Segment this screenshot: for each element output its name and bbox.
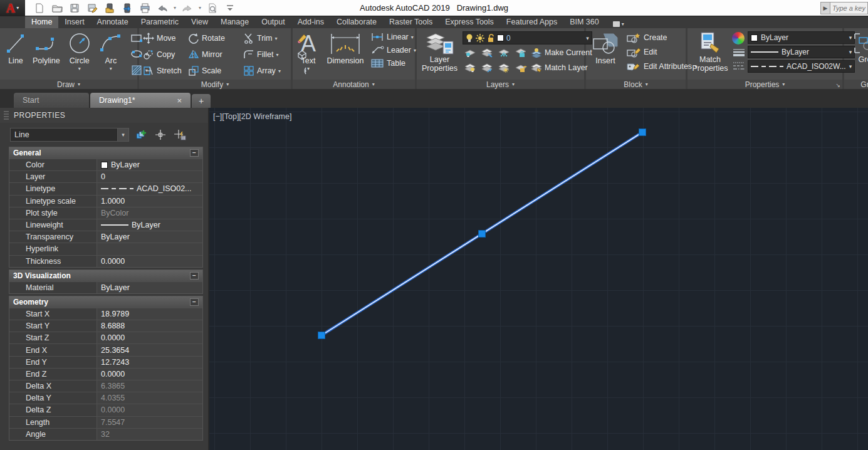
select-objects-button[interactable] bbox=[153, 128, 168, 142]
prop-value-transparency[interactable]: ByLayer bbox=[97, 231, 202, 243]
leader-button[interactable]: Leader▾ bbox=[369, 44, 417, 56]
tab-annotate[interactable]: Annotate bbox=[91, 16, 135, 28]
prop-value-end-z[interactable]: 0.0000 bbox=[97, 369, 202, 380]
collapse-icon[interactable]: − bbox=[190, 149, 199, 157]
object-color-combo[interactable]: ByLayer▾ bbox=[748, 31, 855, 44]
drawing-canvas[interactable] bbox=[209, 108, 868, 450]
scale-button[interactable]: Scale bbox=[187, 65, 242, 77]
lineweight-combo[interactable]: ByLayer▾ bbox=[748, 46, 855, 58]
rotate-button[interactable]: Rotate bbox=[187, 32, 242, 44]
redo-dropdown[interactable]: ▾ bbox=[197, 5, 203, 11]
table-button[interactable]: Table bbox=[369, 58, 417, 69]
palette-header[interactable]: PROPERTIES bbox=[0, 108, 208, 123]
collapse-icon[interactable]: − bbox=[190, 298, 199, 306]
prop-value-end-y[interactable]: 12.7243 bbox=[97, 357, 202, 368]
tab-output[interactable]: Output bbox=[255, 16, 291, 28]
undo-dropdown[interactable]: ▾ bbox=[172, 5, 178, 11]
layer-properties-button[interactable]: Layer Properties bbox=[419, 30, 460, 79]
prop-value-linetype-scale[interactable]: 1.0000 bbox=[97, 196, 202, 207]
arc-button[interactable]: Arc ▾ bbox=[97, 30, 125, 79]
open-from-web-mobile-button[interactable] bbox=[102, 1, 118, 15]
new-tab-button[interactable]: + bbox=[192, 94, 211, 108]
redo-button[interactable] bbox=[179, 1, 196, 15]
customize-qat-button[interactable] bbox=[222, 1, 238, 15]
array-button[interactable]: Array▾ bbox=[242, 65, 295, 77]
new-drawing-button[interactable] bbox=[31, 1, 48, 15]
linear-button[interactable]: Linear▾ bbox=[369, 31, 417, 43]
layer-color-swatch[interactable] bbox=[497, 34, 504, 41]
fillet-button[interactable]: Fillet▾ bbox=[242, 48, 295, 61]
tab-express-tools[interactable]: Express Tools bbox=[439, 16, 500, 28]
panel-title-groups[interactable]: Gr bbox=[844, 80, 868, 89]
dimension-button[interactable]: Dimension bbox=[324, 30, 367, 79]
tab-manage[interactable]: Manage bbox=[214, 16, 255, 28]
make-current-button[interactable]: Make Current bbox=[530, 48, 592, 58]
prop-value-layer[interactable]: 0 bbox=[97, 171, 202, 182]
panel-title-modify[interactable]: Modify▾ bbox=[139, 80, 291, 89]
layer-on-bulb-icon[interactable] bbox=[466, 34, 473, 43]
section-general-header[interactable]: General− bbox=[9, 147, 202, 159]
panel-title-annotation[interactable]: Annotation▾ bbox=[293, 80, 415, 89]
move-button[interactable]: Move bbox=[142, 32, 187, 44]
tab-parametric[interactable]: Parametric bbox=[135, 16, 185, 28]
object-type-combo[interactable]: Line ▾ bbox=[10, 128, 129, 142]
layer-isolate-button[interactable] bbox=[479, 46, 494, 60]
prop-value-start-z[interactable]: 0.0000 bbox=[97, 332, 202, 343]
group-button[interactable]: Gro bbox=[847, 30, 868, 79]
linetype-icon[interactable] bbox=[732, 61, 746, 71]
circle-button[interactable]: Circle ▾ bbox=[64, 30, 95, 79]
panel-launcher-icon[interactable]: ↘ bbox=[835, 82, 840, 88]
save-button[interactable] bbox=[66, 1, 83, 15]
layer-unisolate-button[interactable] bbox=[479, 61, 494, 75]
undo-button[interactable] bbox=[154, 1, 170, 15]
prop-value-color[interactable]: ByLayer bbox=[97, 159, 202, 170]
grip-end[interactable] bbox=[639, 129, 646, 136]
trim-button[interactable]: Trim▾ bbox=[242, 32, 295, 44]
layer-freeze-button[interactable] bbox=[496, 46, 511, 60]
tab-view[interactable]: View bbox=[185, 16, 214, 28]
search-arrow-icon[interactable]: ▶ bbox=[820, 2, 830, 14]
lineweight-icon[interactable] bbox=[732, 48, 746, 58]
line-button[interactable]: Line bbox=[3, 30, 29, 79]
grip-midpoint[interactable] bbox=[479, 231, 486, 238]
mirror-button[interactable]: Mirror bbox=[187, 48, 242, 61]
quick-select-button[interactable] bbox=[172, 128, 187, 142]
match-properties-button[interactable]: Match Properties bbox=[690, 30, 730, 79]
panel-title-properties[interactable]: Properties▾↘ bbox=[688, 80, 842, 89]
prop-value-material[interactable]: ByLayer bbox=[97, 282, 202, 293]
layer-lock-button[interactable] bbox=[513, 46, 528, 60]
section-3d-header[interactable]: 3D Visualization− bbox=[9, 270, 202, 281]
tab-add-ins[interactable]: Add-ins bbox=[291, 16, 330, 28]
tab-home[interactable]: Home bbox=[25, 16, 58, 28]
prop-value-hyperlink[interactable] bbox=[97, 243, 202, 254]
layer-unlock-icon[interactable] bbox=[487, 34, 494, 43]
layer-select-combo[interactable]: 0 ▾ bbox=[463, 31, 592, 44]
toggle-pickadd-button[interactable] bbox=[133, 128, 149, 142]
grip-start[interactable] bbox=[318, 332, 325, 339]
app-menu-button[interactable]: A ▾ bbox=[0, 0, 25, 16]
copy-button[interactable]: Copy bbox=[142, 48, 187, 61]
prop-value-start-x[interactable]: 18.9789 bbox=[97, 308, 202, 320]
panel-title-layers[interactable]: Layers▾ bbox=[417, 80, 584, 89]
layer-unlock-button[interactable] bbox=[513, 61, 528, 75]
layer-on-button[interactable] bbox=[463, 61, 478, 75]
tab-insert[interactable]: Insert bbox=[58, 16, 90, 28]
prop-value-start-y[interactable]: 8.6888 bbox=[97, 320, 202, 332]
polyline-button[interactable]: Polyline bbox=[30, 30, 63, 79]
collapse-icon[interactable]: − bbox=[190, 272, 199, 280]
panel-title-draw[interactable]: Draw▾ bbox=[0, 80, 137, 89]
ribbon-display-options-button[interactable]: ▾ bbox=[609, 20, 628, 28]
palette-grip-handle[interactable] bbox=[4, 111, 9, 120]
layer-sun-icon[interactable] bbox=[476, 34, 484, 43]
close-tab-icon[interactable]: × bbox=[177, 96, 182, 105]
insert-block-button[interactable]: Insert bbox=[588, 30, 622, 79]
search-input[interactable] bbox=[830, 2, 868, 14]
prop-value-thickness[interactable]: 0.0000 bbox=[97, 256, 202, 267]
tab-bim-360[interactable]: BIM 360 bbox=[563, 16, 605, 28]
match-layer-button[interactable]: Match Layer bbox=[530, 63, 588, 73]
layer-off-button[interactable] bbox=[463, 46, 478, 60]
color-wheel-icon[interactable] bbox=[732, 32, 745, 44]
plot-button[interactable] bbox=[137, 1, 153, 15]
prop-value-linetype[interactable]: ACAD_ISO02... bbox=[97, 183, 202, 194]
open-drawing-button[interactable] bbox=[49, 1, 65, 15]
